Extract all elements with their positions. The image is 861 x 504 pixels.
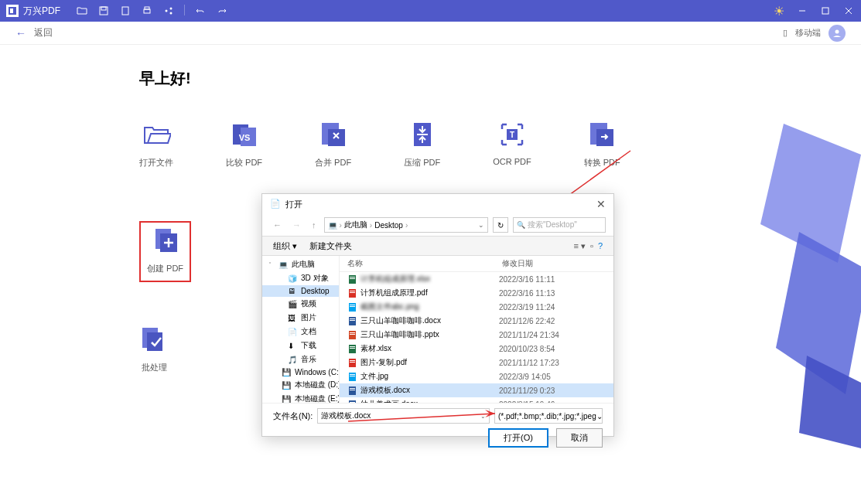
dialog-nav: ← → ↑ 💻 › 此电脑 › Desktop › ⌄ ↻ 🔍 搜索"Deskt… [262, 214, 613, 236]
action-compare-pdf[interactable]: VS 比较 PDF [226, 120, 262, 169]
nav-up-icon[interactable]: ↑ [309, 220, 319, 230]
svg-point-7 [166, 10, 168, 12]
dialog-title-text: 打开 [285, 199, 302, 210]
preview-icon[interactable]: ▫ [590, 241, 593, 251]
file-row[interactable]: 文件.jpg2022/3/9 14:05 [340, 369, 613, 383]
svg-rect-49 [349, 345, 356, 353]
svg-rect-48 [350, 334, 355, 335]
svg-rect-39 [350, 292, 355, 293]
sidebar-item[interactable]: ⬇下载 [262, 339, 339, 352]
mobile-icon[interactable]: ▯ [783, 28, 788, 38]
batch-icon [139, 325, 169, 354]
svg-rect-58 [349, 387, 356, 395]
svg-rect-41 [350, 305, 355, 305]
refresh-icon[interactable]: ↻ [493, 217, 508, 233]
filetype-select[interactable]: (*.pdf;*.bmp;*.dib;*.jpg;*.jpeg ⌄ [494, 408, 603, 424]
svg-rect-43 [349, 317, 356, 325]
sidebar-item[interactable]: 📄文档 [262, 325, 339, 339]
sidebar-item[interactable]: 🎬视频 [262, 297, 339, 311]
maximize-icon[interactable] [819, 5, 832, 17]
nav-forward-icon[interactable]: → [289, 220, 304, 230]
svg-rect-42 [350, 306, 355, 307]
file-row[interactable]: 截图文件abc.png2022/3/19 11:24 [340, 300, 613, 314]
title-bar: 万兴PDF ☀ [0, 0, 861, 22]
col-name-header[interactable]: 名称 [347, 258, 502, 269]
clipboard-icon[interactable] [119, 5, 132, 17]
file-row[interactable]: 图片-复制.pdf2021/11/12 17:23 [340, 356, 613, 369]
breadcrumb-pc[interactable]: 此电脑 [344, 220, 367, 230]
help-icon[interactable]: ? [598, 241, 603, 251]
sidebar-item[interactable]: 🖼图片 [262, 311, 339, 325]
svg-rect-34 [349, 275, 356, 284]
back-label[interactable]: 返回 [34, 26, 53, 39]
share-icon[interactable] [162, 5, 175, 17]
file-row[interactable]: 游戏模板.docx2021/11/29 0:23 [340, 383, 613, 397]
svg-text:T: T [510, 131, 514, 139]
file-open-dialog: 📄 打开 ✕ ← → ↑ 💻 › 此电脑 › Desktop › ⌄ ↻ 🔍 搜… [261, 193, 614, 437]
sun-icon[interactable]: ☀ [773, 5, 785, 17]
search-input[interactable]: 🔍 搜索"Desktop" [513, 217, 606, 233]
file-list-header: 名称 修改日期 [340, 256, 613, 272]
file-row[interactable]: 计算机组成原理.xlsx2022/3/16 11:11 [340, 272, 613, 286]
action-create-pdf[interactable]: 创建 PDF [139, 221, 191, 282]
search-placeholder: 搜索"Desktop" [528, 220, 577, 230]
sidebar-item[interactable]: 💾本地磁盘 (E:) [262, 392, 339, 403]
save-icon[interactable] [97, 5, 110, 17]
sidebar-item[interactable]: 💾本地磁盘 (D:) [262, 378, 339, 392]
nav-back-icon[interactable]: ← [270, 220, 285, 230]
dialog-close-icon[interactable]: ✕ [596, 198, 606, 210]
file-row[interactable]: 三只山羊咖啡咖啡.docx2021/12/6 22:42 [340, 314, 613, 328]
action-label: 批处理 [142, 362, 167, 373]
app-title: 万兴PDF [23, 5, 60, 18]
search-icon: 🔍 [517, 221, 525, 229]
svg-rect-19 [328, 129, 345, 146]
file-row[interactable]: 素材.xlsx2020/10/23 8:54 [340, 342, 613, 356]
breadcrumb[interactable]: 💻 › 此电脑 › Desktop › ⌄ [324, 217, 489, 233]
action-label: 打开文件 [139, 157, 173, 169]
decorative-shapes [760, 124, 861, 451]
action-open-file[interactable]: 打开文件 [139, 120, 173, 169]
svg-rect-51 [350, 348, 355, 349]
filename-label: 文件名(N): [273, 410, 313, 422]
file-row[interactable]: 三只山羊咖啡咖啡.pptx2021/11/24 21:34 [340, 328, 613, 342]
svg-rect-29 [147, 332, 162, 351]
svg-point-8 [170, 8, 173, 10]
svg-text:VS: VS [238, 133, 250, 142]
avatar[interactable] [829, 25, 846, 42]
svg-rect-52 [349, 359, 356, 367]
file-list: 名称 修改日期 计算机组成原理.xlsx2022/3/16 11:11计算机组成… [340, 256, 613, 403]
dialog-titlebar: 📄 打开 ✕ [262, 194, 613, 214]
sidebar-item[interactable]: 🎵音乐 [262, 352, 339, 366]
redo-icon[interactable] [216, 5, 228, 17]
svg-rect-55 [349, 373, 356, 381]
svg-rect-45 [350, 320, 355, 321]
view-list-icon[interactable]: ≡ ▾ [573, 241, 585, 251]
file-row[interactable]: 计算机组成原理.pdf2022/3/16 11:13 [340, 286, 613, 300]
action-merge-pdf[interactable]: 合并 PDF [315, 120, 351, 169]
back-arrow-icon[interactable]: ← [15, 27, 26, 39]
undo-icon[interactable] [194, 5, 207, 17]
compare-icon: VS [230, 120, 259, 149]
svg-rect-59 [350, 388, 355, 389]
organize-menu[interactable]: 组织 ▾ [273, 240, 297, 252]
action-compress-pdf[interactable]: 压缩 PDF [404, 120, 440, 169]
cancel-button[interactable]: 取消 [556, 428, 603, 448]
open-button[interactable]: 打开(O) [488, 428, 548, 448]
svg-rect-47 [350, 332, 355, 333]
chevron-down-icon[interactable]: ⌄ [596, 412, 603, 421]
minimize-icon[interactable] [796, 5, 808, 17]
breadcrumb-desktop[interactable]: Desktop [374, 221, 403, 230]
action-batch[interactable]: 批处理 [139, 325, 169, 373]
action-label: 合并 PDF [315, 157, 351, 169]
new-folder-btn[interactable]: 新建文件夹 [309, 240, 352, 252]
sidebar-item[interactable]: 💾Windows (C:) [262, 366, 339, 378]
print-icon[interactable] [141, 5, 153, 17]
sidebar-item[interactable]: 🖥Desktop [262, 285, 339, 297]
sidebar-item[interactable]: ˅💻此电脑 [262, 257, 339, 271]
close-icon[interactable] [842, 5, 855, 17]
col-date-header[interactable]: 修改日期 [502, 258, 606, 269]
sidebar-item[interactable]: 🧊3D 对象 [262, 271, 339, 285]
svg-rect-40 [349, 303, 356, 312]
mobile-label[interactable]: 移动端 [795, 27, 821, 39]
open-folder-icon[interactable] [76, 5, 88, 17]
